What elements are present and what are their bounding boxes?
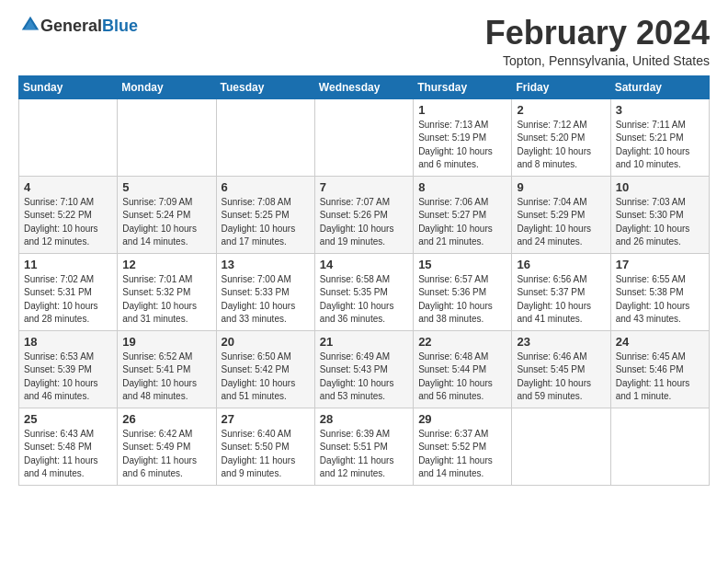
logo-blue: Blue <box>102 17 138 35</box>
day-cell <box>118 98 216 176</box>
day-info: Sunrise: 7:01 AM Sunset: 5:32 PM Dayligh… <box>122 273 210 327</box>
header-sunday: Sunday <box>19 75 118 98</box>
day-info: Sunrise: 7:02 AM Sunset: 5:31 PM Dayligh… <box>24 273 112 327</box>
day-info: Sunrise: 6:43 AM Sunset: 5:48 PM Dayligh… <box>24 428 112 481</box>
day-number: 22 <box>418 335 506 349</box>
day-number: 1 <box>418 103 506 117</box>
month-title: February 2024 <box>485 15 710 52</box>
day-info: Sunrise: 6:56 AM Sunset: 5:37 PM Dayligh… <box>517 273 605 327</box>
day-number: 7 <box>320 180 408 194</box>
day-info: Sunrise: 7:04 AM Sunset: 5:29 PM Dayligh… <box>517 196 605 249</box>
day-number: 29 <box>418 412 506 426</box>
day-info: Sunrise: 6:49 AM Sunset: 5:43 PM Dayligh… <box>320 350 408 404</box>
day-cell: 21Sunrise: 6:49 AM Sunset: 5:43 PM Dayli… <box>314 330 413 408</box>
day-info: Sunrise: 6:48 AM Sunset: 5:44 PM Dayligh… <box>418 350 506 404</box>
day-number: 18 <box>24 335 112 349</box>
calendar-body: 1Sunrise: 7:13 AM Sunset: 5:19 PM Daylig… <box>19 98 710 485</box>
week-row-3: 18Sunrise: 6:53 AM Sunset: 5:39 PM Dayli… <box>19 330 710 408</box>
day-cell: 27Sunrise: 6:40 AM Sunset: 5:50 PM Dayli… <box>216 408 314 485</box>
day-cell: 9Sunrise: 7:04 AM Sunset: 5:29 PM Daylig… <box>512 176 610 253</box>
day-number: 3 <box>616 103 704 117</box>
day-number: 19 <box>122 335 210 349</box>
day-cell: 4Sunrise: 7:10 AM Sunset: 5:22 PM Daylig… <box>19 176 118 253</box>
day-cell: 23Sunrise: 6:46 AM Sunset: 5:45 PM Dayli… <box>512 330 610 408</box>
logo-icon <box>20 15 40 35</box>
day-info: Sunrise: 6:39 AM Sunset: 5:51 PM Dayligh… <box>320 428 408 481</box>
day-info: Sunrise: 7:07 AM Sunset: 5:26 PM Dayligh… <box>320 196 408 249</box>
day-number: 25 <box>24 412 112 426</box>
header-wednesday: Wednesday <box>314 75 413 98</box>
day-info: Sunrise: 7:00 AM Sunset: 5:33 PM Dayligh… <box>222 273 310 327</box>
day-info: Sunrise: 6:45 AM Sunset: 5:46 PM Dayligh… <box>616 350 704 404</box>
day-number: 16 <box>517 258 605 271</box>
day-number: 17 <box>616 258 704 271</box>
header-thursday: Thursday <box>414 75 512 98</box>
day-info: Sunrise: 6:42 AM Sunset: 5:49 PM Dayligh… <box>122 428 210 481</box>
calendar-table: SundayMondayTuesdayWednesdayThursdayFrid… <box>18 75 710 486</box>
day-cell: 5Sunrise: 7:09 AM Sunset: 5:24 PM Daylig… <box>118 176 216 253</box>
day-number: 13 <box>222 258 310 271</box>
day-info: Sunrise: 6:58 AM Sunset: 5:35 PM Dayligh… <box>320 273 408 327</box>
day-cell <box>314 98 413 176</box>
day-number: 15 <box>418 258 506 271</box>
week-row-0: 1Sunrise: 7:13 AM Sunset: 5:19 PM Daylig… <box>19 98 710 176</box>
day-info: Sunrise: 7:03 AM Sunset: 5:30 PM Dayligh… <box>616 196 704 249</box>
day-cell: 10Sunrise: 7:03 AM Sunset: 5:30 PM Dayli… <box>610 176 709 253</box>
day-info: Sunrise: 6:40 AM Sunset: 5:50 PM Dayligh… <box>222 428 310 481</box>
title-area: February 2024 Topton, Pennsylvania, Unit… <box>485 15 710 68</box>
header-saturday: Saturday <box>610 75 709 98</box>
day-cell: 28Sunrise: 6:39 AM Sunset: 5:51 PM Dayli… <box>314 408 413 485</box>
day-number: 6 <box>222 180 310 194</box>
day-number: 2 <box>517 103 605 117</box>
day-number: 28 <box>320 412 408 426</box>
day-cell: 1Sunrise: 7:13 AM Sunset: 5:19 PM Daylig… <box>414 98 512 176</box>
day-number: 20 <box>222 335 310 349</box>
day-number: 5 <box>122 180 210 194</box>
day-cell: 11Sunrise: 7:02 AM Sunset: 5:31 PM Dayli… <box>19 253 118 330</box>
calendar-header: SundayMondayTuesdayWednesdayThursdayFrid… <box>19 75 710 98</box>
day-number: 24 <box>616 335 704 349</box>
day-info: Sunrise: 6:53 AM Sunset: 5:39 PM Dayligh… <box>24 350 112 404</box>
logo: GeneralBlue <box>18 15 138 39</box>
day-cell: 2Sunrise: 7:12 AM Sunset: 5:20 PM Daylig… <box>512 98 610 176</box>
day-info: Sunrise: 6:55 AM Sunset: 5:38 PM Dayligh… <box>616 273 704 327</box>
day-cell: 25Sunrise: 6:43 AM Sunset: 5:48 PM Dayli… <box>19 408 118 485</box>
day-info: Sunrise: 7:12 AM Sunset: 5:20 PM Dayligh… <box>517 119 605 172</box>
day-cell: 8Sunrise: 7:06 AM Sunset: 5:27 PM Daylig… <box>414 176 512 253</box>
day-number: 4 <box>24 180 112 194</box>
day-cell: 20Sunrise: 6:50 AM Sunset: 5:42 PM Dayli… <box>216 330 314 408</box>
header-tuesday: Tuesday <box>216 75 314 98</box>
day-cell: 16Sunrise: 6:56 AM Sunset: 5:37 PM Dayli… <box>512 253 610 330</box>
day-number: 21 <box>320 335 408 349</box>
day-cell <box>610 408 709 485</box>
day-number: 8 <box>418 180 506 194</box>
logo-general: General <box>40 17 102 35</box>
day-info: Sunrise: 6:50 AM Sunset: 5:42 PM Dayligh… <box>222 350 310 404</box>
header: GeneralBlue February 2024 Topton, Pennsy… <box>18 15 710 68</box>
day-number: 14 <box>320 258 408 271</box>
day-info: Sunrise: 7:08 AM Sunset: 5:25 PM Dayligh… <box>222 196 310 249</box>
day-info: Sunrise: 6:52 AM Sunset: 5:41 PM Dayligh… <box>122 350 210 404</box>
day-number: 27 <box>222 412 310 426</box>
location-title: Topton, Pennsylvania, United States <box>485 53 710 68</box>
day-info: Sunrise: 6:46 AM Sunset: 5:45 PM Dayligh… <box>517 350 605 404</box>
day-cell: 12Sunrise: 7:01 AM Sunset: 5:32 PM Dayli… <box>118 253 216 330</box>
day-info: Sunrise: 7:11 AM Sunset: 5:21 PM Dayligh… <box>616 119 704 172</box>
day-cell: 29Sunrise: 6:37 AM Sunset: 5:52 PM Dayli… <box>414 408 512 485</box>
day-number: 12 <box>122 258 210 271</box>
header-monday: Monday <box>118 75 216 98</box>
day-number: 10 <box>616 180 704 194</box>
day-number: 11 <box>24 258 112 271</box>
day-cell: 7Sunrise: 7:07 AM Sunset: 5:26 PM Daylig… <box>314 176 413 253</box>
day-info: Sunrise: 6:37 AM Sunset: 5:52 PM Dayligh… <box>418 428 506 481</box>
day-info: Sunrise: 7:13 AM Sunset: 5:19 PM Dayligh… <box>418 119 506 172</box>
week-row-1: 4Sunrise: 7:10 AM Sunset: 5:22 PM Daylig… <box>19 176 710 253</box>
day-number: 26 <box>122 412 210 426</box>
day-cell: 15Sunrise: 6:57 AM Sunset: 5:36 PM Dayli… <box>414 253 512 330</box>
day-cell: 18Sunrise: 6:53 AM Sunset: 5:39 PM Dayli… <box>19 330 118 408</box>
day-cell: 6Sunrise: 7:08 AM Sunset: 5:25 PM Daylig… <box>216 176 314 253</box>
day-number: 9 <box>517 180 605 194</box>
day-number: 23 <box>517 335 605 349</box>
day-cell: 22Sunrise: 6:48 AM Sunset: 5:44 PM Dayli… <box>414 330 512 408</box>
week-row-2: 11Sunrise: 7:02 AM Sunset: 5:31 PM Dayli… <box>19 253 710 330</box>
